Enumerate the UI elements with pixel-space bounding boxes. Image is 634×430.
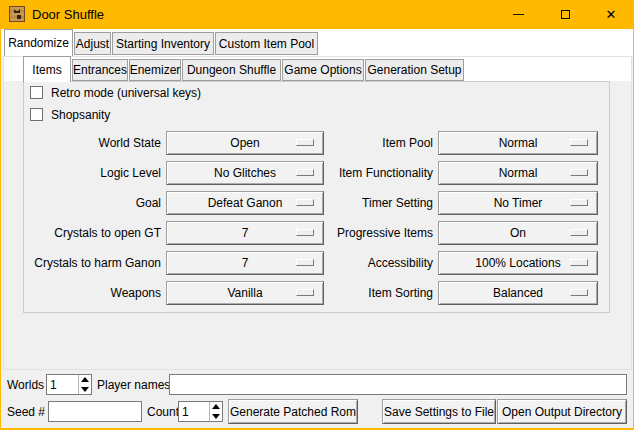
dropdown-value: Normal [499, 136, 538, 150]
tab-label: Enemizer [130, 63, 181, 77]
save-settings-button[interactable]: Save Settings to File [382, 399, 496, 424]
crystals-ganon-label: Crystals to harm Ganon [11, 251, 161, 275]
crystals-gt-label: Crystals to open GT [11, 221, 161, 245]
dropdown-indicator-icon [296, 199, 314, 206]
tab-label: Entrances [73, 63, 127, 77]
shopsanity-checkbox[interactable] [30, 108, 43, 121]
tab-game-options[interactable]: Game Options [282, 59, 364, 81]
maximize-button[interactable] [542, 0, 588, 29]
weapons-dropdown[interactable]: Vanilla [166, 281, 324, 305]
tab-label: Items [32, 63, 61, 77]
tab-randomize[interactable]: Randomize [4, 29, 73, 56]
dropdown-indicator-icon [570, 169, 588, 176]
worlds-spinner[interactable] [46, 374, 92, 395]
dropdown-value: No Timer [494, 196, 543, 210]
dropdown-value: Balanced [493, 286, 543, 300]
tab-entrances[interactable]: Entrances [72, 59, 128, 81]
item-functionality-label: Item Functionality [321, 161, 433, 185]
spinner-arrows [78, 375, 91, 394]
dropdown-value: On [510, 226, 526, 240]
tab-label: Randomize [8, 36, 69, 50]
dropdown-indicator-icon [570, 199, 588, 206]
tab-label: Game Options [284, 63, 361, 77]
dropdown-indicator-icon [296, 259, 314, 266]
world-state-dropdown[interactable]: Open [166, 131, 324, 155]
dropdown-indicator-icon [570, 139, 588, 146]
tab-adjust[interactable]: Adjust [74, 32, 111, 55]
tab-generation-setup[interactable]: Generation Setup [365, 59, 464, 81]
tab-items[interactable]: Items [23, 56, 71, 82]
tab-starting-inventory[interactable]: Starting Inventory [112, 32, 214, 55]
timer-setting-dropdown[interactable]: No Timer [438, 191, 598, 215]
accessibility-dropdown[interactable]: 100% Locations [438, 251, 598, 275]
count-spinner[interactable] [178, 401, 223, 422]
tab-label: Adjust [76, 37, 109, 51]
dropdown-indicator-icon [296, 139, 314, 146]
seed-input[interactable] [48, 401, 142, 422]
dropdown-value: No Glitches [214, 166, 276, 180]
dropdown-value: Open [230, 136, 259, 150]
weapons-label: Weapons [11, 281, 161, 305]
retro-mode-label: Retro mode (universal keys) [51, 86, 201, 100]
close-icon: ✕ [606, 8, 617, 21]
minimize-icon [513, 14, 524, 15]
spin-up-button[interactable] [210, 402, 222, 412]
worlds-input[interactable] [47, 375, 78, 394]
spin-down-button[interactable] [210, 412, 222, 422]
dropdown-indicator-icon [570, 229, 588, 236]
app-chest-icon [9, 6, 25, 22]
window-title: Door Shuffle [32, 0, 104, 29]
dropdown-indicator-icon [570, 289, 588, 296]
accessibility-label: Accessibility [321, 251, 433, 275]
dropdown-value: Normal [499, 166, 538, 180]
door-shuffle-window: Door Shuffle ✕ Randomize Adjust Starting… [0, 0, 634, 430]
tab-enemizer[interactable]: Enemizer [129, 59, 181, 81]
item-pool-dropdown[interactable]: Normal [438, 131, 598, 155]
arrow-down-icon [212, 414, 220, 419]
tab-custom-item-pool[interactable]: Custom Item Pool [215, 32, 318, 55]
dropdown-value: 7 [242, 226, 249, 240]
arrow-down-icon [81, 387, 89, 392]
item-sorting-dropdown[interactable]: Balanced [438, 281, 598, 305]
count-input[interactable] [179, 402, 209, 421]
retro-mode-checkbox[interactable] [30, 86, 43, 99]
tab-label: Starting Inventory [116, 37, 210, 51]
tab-dungeon-shuffle[interactable]: Dungeon Shuffle [182, 59, 281, 81]
maximize-icon [561, 10, 570, 19]
dropdown-value: Vanilla [227, 286, 262, 300]
dropdown-indicator-icon [570, 259, 588, 266]
tab-label: Dungeon Shuffle [187, 63, 276, 77]
dropdown-indicator-icon [296, 229, 314, 236]
tab-label: Generation Setup [367, 63, 461, 77]
spin-down-button[interactable] [79, 385, 91, 395]
crystals-ganon-dropdown[interactable]: 7 [166, 251, 324, 275]
world-state-label: World State [11, 131, 161, 155]
goal-dropdown[interactable]: Defeat Ganon [166, 191, 324, 215]
item-pool-label: Item Pool [321, 131, 433, 155]
spinner-arrows [209, 402, 222, 421]
arrow-up-icon [212, 404, 220, 409]
player-names-label: Player names [97, 378, 170, 392]
seed-label: Seed # [7, 405, 45, 419]
logic-level-label: Logic Level [11, 161, 161, 185]
logic-level-dropdown[interactable]: No Glitches [166, 161, 324, 185]
tab-label: Custom Item Pool [219, 37, 314, 51]
shopsanity-label: Shopsanity [51, 108, 110, 122]
title-bar: Door Shuffle ✕ [1, 0, 634, 29]
goal-label: Goal [11, 191, 161, 215]
item-functionality-dropdown[interactable]: Normal [438, 161, 598, 185]
worlds-label: Worlds [7, 378, 44, 392]
player-names-input[interactable] [169, 374, 627, 395]
progressive-items-label: Progressive Items [321, 221, 433, 245]
generate-patched-rom-button[interactable]: Generate Patched Rom [228, 399, 358, 424]
dropdown-value: Defeat Ganon [208, 196, 283, 210]
item-sorting-label: Item Sorting [321, 281, 433, 305]
dropdown-indicator-icon [296, 169, 314, 176]
spin-up-button[interactable] [79, 375, 91, 385]
open-output-directory-button[interactable]: Open Output Directory [497, 399, 627, 424]
progressive-items-dropdown[interactable]: On [438, 221, 598, 245]
minimize-button[interactable] [495, 0, 541, 29]
crystals-gt-dropdown[interactable]: 7 [166, 221, 324, 245]
count-label: Count [147, 405, 179, 419]
close-button[interactable]: ✕ [588, 0, 634, 29]
